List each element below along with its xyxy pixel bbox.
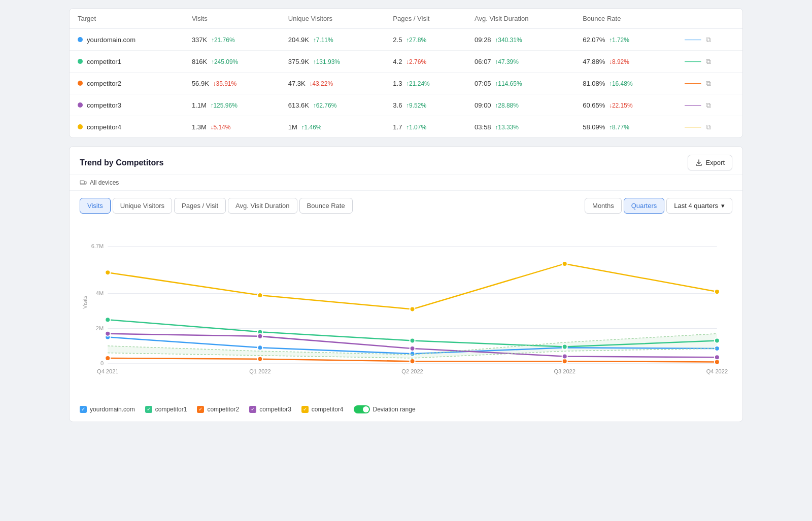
legend-competitor1: ✓ competitor1 bbox=[145, 406, 187, 413]
action-cell: — — ⧉ bbox=[676, 94, 742, 116]
tab-avg.-visit-duration[interactable]: Avg. Visit Duration bbox=[228, 198, 297, 214]
target-dot bbox=[78, 59, 83, 64]
duration-cell: 09:00 ↑28.88% bbox=[466, 94, 574, 116]
target-cell: competitor1 bbox=[70, 51, 184, 73]
pages-cell: 2.5 ↑27.8% bbox=[385, 29, 466, 51]
chart-area: 6.7M4M2M0VisitsQ4 2021Q1 2022Q2 2022Q3 2… bbox=[70, 221, 742, 399]
export-icon bbox=[695, 159, 702, 166]
col-pages: Pages / Visit bbox=[385, 9, 466, 29]
legend-competitor4: ✓ competitor4 bbox=[301, 406, 344, 413]
svg-point-33 bbox=[257, 334, 262, 339]
legend-check: ✓ bbox=[249, 406, 256, 413]
svg-text:2M: 2M bbox=[96, 325, 104, 331]
line-chart: 6.7M4M2M0VisitsQ4 2021Q1 2022Q2 2022Q3 2… bbox=[80, 226, 732, 389]
copy-icon[interactable]: ⧉ bbox=[706, 57, 711, 66]
svg-point-34 bbox=[410, 346, 415, 351]
visits-cell: 56.9K ↓35.91% bbox=[184, 73, 280, 94]
legend-check: ✓ bbox=[80, 406, 87, 413]
tab-unique-visitors[interactable]: Unique Visitors bbox=[113, 198, 172, 214]
svg-point-26 bbox=[715, 338, 720, 343]
trend-title: Trend by Competitors bbox=[80, 158, 163, 167]
legend-check: ✓ bbox=[197, 406, 204, 413]
svg-text:Q3 2022: Q3 2022 bbox=[554, 368, 576, 374]
table-row: yourdomain.com 337K ↑21.76% 204.9K ↑7.11… bbox=[70, 29, 742, 51]
target-name: competitor1 bbox=[87, 58, 121, 65]
deviation-toggle[interactable] bbox=[354, 405, 370, 413]
bounce-cell: 60.65% ↓22.15% bbox=[574, 94, 676, 116]
svg-point-36 bbox=[715, 355, 720, 360]
duration-cell: 07:05 ↑114.65% bbox=[466, 73, 574, 94]
trend-dash-icon: — — bbox=[685, 79, 700, 88]
tab-bounce-rate[interactable]: Bounce Rate bbox=[299, 198, 353, 214]
unique-cell: 375.9K ↑131.93% bbox=[280, 51, 385, 73]
copy-icon[interactable]: ⧉ bbox=[706, 101, 711, 110]
table-row: competitor4 1.3M ↓5.14% 1M ↑1.46% 1.7 ↑1… bbox=[70, 116, 742, 138]
bounce-cell: 62.07% ↑1.72% bbox=[574, 29, 676, 51]
svg-rect-0 bbox=[80, 181, 84, 184]
pages-cell: 1.7 ↑1.07% bbox=[385, 116, 466, 138]
svg-point-38 bbox=[257, 293, 262, 298]
copy-icon[interactable]: ⧉ bbox=[706, 79, 711, 88]
action-cell: — — ⧉ bbox=[676, 116, 742, 138]
target-cell: yourdomain.com bbox=[70, 29, 184, 51]
time-tabs: MonthsQuartersLast 4 quarters ▾ bbox=[585, 198, 732, 214]
export-button[interactable]: Export bbox=[688, 155, 732, 170]
action-cell: — — ⧉ bbox=[676, 51, 742, 73]
duration-cell: 09:28 ↑340.31% bbox=[466, 29, 574, 51]
target-dot bbox=[78, 102, 83, 108]
copy-icon[interactable]: ⧉ bbox=[706, 123, 711, 131]
col-bounce: Bounce Rate bbox=[574, 9, 676, 29]
svg-point-35 bbox=[562, 354, 567, 359]
pages-cell: 4.2 ↓2.76% bbox=[385, 51, 466, 73]
svg-point-22 bbox=[105, 317, 110, 322]
svg-point-24 bbox=[410, 338, 415, 343]
target-cell: competitor4 bbox=[70, 116, 184, 138]
legend-check: ✓ bbox=[145, 406, 152, 413]
target-name: competitor4 bbox=[87, 123, 121, 131]
visits-cell: 816K ↑245.09% bbox=[184, 51, 280, 73]
trend-dash-icon: — — bbox=[685, 57, 700, 66]
chevron-down-icon: ▾ bbox=[721, 202, 725, 210]
col-duration: Avg. Visit Duration bbox=[466, 9, 574, 29]
copy-icon[interactable]: ⧉ bbox=[706, 36, 711, 44]
svg-point-37 bbox=[105, 270, 110, 275]
legend-competitor3: ✓ competitor3 bbox=[249, 406, 291, 413]
action-cell: — — ⧉ bbox=[676, 73, 742, 94]
svg-text:Q4 2022: Q4 2022 bbox=[706, 368, 728, 374]
visits-cell: 337K ↑21.76% bbox=[184, 29, 280, 51]
legend-row: ✓ yourdomain.com ✓ competitor1 ✓ competi… bbox=[70, 399, 742, 422]
trend-dash-icon: — — bbox=[685, 100, 700, 110]
action-cell: — — ⧉ bbox=[676, 29, 742, 51]
col-visits: Visits bbox=[184, 9, 280, 29]
visits-cell: 1.1M ↑125.96% bbox=[184, 94, 280, 116]
table-row: competitor3 1.1M ↑125.96% 613.6K ↑62.76%… bbox=[70, 94, 742, 116]
svg-rect-1 bbox=[84, 182, 86, 184]
svg-point-25 bbox=[562, 344, 567, 350]
svg-text:Visits: Visits bbox=[82, 295, 88, 309]
table-row: competitor2 56.9K ↓35.91% 47.3K ↓43.22% … bbox=[70, 73, 742, 94]
duration-cell: 03:58 ↑13.33% bbox=[466, 116, 574, 138]
svg-point-40 bbox=[562, 261, 567, 266]
col-unique: Unique Visitors bbox=[280, 9, 385, 29]
devices-label: All devices bbox=[90, 179, 119, 186]
target-dot bbox=[78, 124, 83, 129]
tab-visits[interactable]: Visits bbox=[80, 198, 111, 214]
range-dropdown[interactable]: Last 4 quarters ▾ bbox=[666, 198, 732, 214]
metric-tabs: VisitsUnique VisitorsPages / VisitAvg. V… bbox=[80, 198, 353, 214]
target-cell: competitor2 bbox=[70, 73, 184, 94]
svg-point-28 bbox=[257, 357, 262, 362]
unique-cell: 47.3K ↓43.22% bbox=[280, 73, 385, 94]
svg-point-18 bbox=[257, 345, 262, 350]
svg-text:Q4 2021: Q4 2021 bbox=[97, 368, 118, 374]
devices-icon bbox=[80, 179, 87, 186]
time-tab-months[interactable]: Months bbox=[585, 198, 622, 214]
col-target: Target bbox=[70, 9, 184, 29]
svg-point-30 bbox=[562, 359, 567, 364]
visits-cell: 1.3M ↓5.14% bbox=[184, 116, 280, 138]
time-tab-quarters[interactable]: Quarters bbox=[624, 198, 665, 214]
target-name: competitor3 bbox=[87, 101, 121, 109]
unique-cell: 613.6K ↑62.76% bbox=[280, 94, 385, 116]
tab-pages--visit[interactable]: Pages / Visit bbox=[174, 198, 226, 214]
legend-competitor2: ✓ competitor2 bbox=[197, 406, 239, 413]
svg-text:6.7M: 6.7M bbox=[91, 243, 104, 249]
